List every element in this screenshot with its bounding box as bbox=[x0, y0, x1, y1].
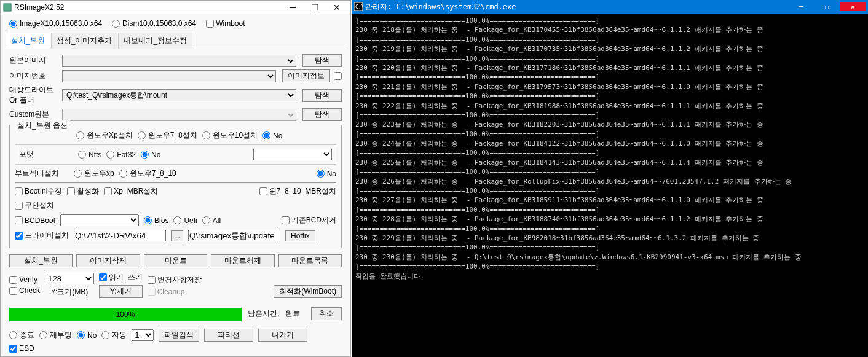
size-label: Y:크기(MB) bbox=[51, 287, 89, 297]
os-78-radio[interactable]: 윈도우7_8설치 bbox=[138, 130, 197, 141]
boot-xp-radio[interactable]: 윈도우xp bbox=[74, 168, 114, 179]
savechg-check[interactable]: 변경사항저장 bbox=[148, 275, 202, 285]
bcd-bios-radio[interactable]: Bios bbox=[144, 216, 168, 225]
svg-rect-0 bbox=[4, 3, 11, 10]
driver-path-input[interactable] bbox=[74, 230, 166, 241]
panel: 원본이미지 탐색 이미지번호 이미지정보 대상드라이브 Or 폴더 Q:\tes… bbox=[1, 49, 350, 357]
app-icon bbox=[3, 3, 12, 12]
browse-target-button[interactable]: 탐색 bbox=[302, 89, 342, 102]
win78mbr-check[interactable]: 윈7_8_10_MBR설치 bbox=[259, 186, 336, 197]
minimize-button[interactable]: ─ bbox=[282, 2, 304, 12]
dism-radio[interactable]: Dism10,0,15063,0 x64 bbox=[112, 19, 196, 28]
cancel-button[interactable]: 취소 bbox=[311, 307, 342, 320]
tab-create[interactable]: 생성_이미지추가 bbox=[51, 33, 118, 49]
check-check[interactable]: Check bbox=[9, 286, 40, 295]
driver-check[interactable]: 드라이버설치 bbox=[15, 230, 69, 241]
boot-no-radio[interactable]: No bbox=[317, 170, 336, 178]
tabs: 설치_복원 생성_이미지추가 내보내기_정보수정 bbox=[6, 33, 345, 49]
cmd-maximize-button[interactable]: ☐ bbox=[814, 2, 840, 11]
bootsector-label: 부트섹터설치 bbox=[15, 168, 69, 179]
action-buttons: 설치_복원 이미지삭제 마운트 마운트해제 마운트목록 bbox=[9, 254, 342, 267]
format-fat32-radio[interactable]: Fat32 bbox=[106, 151, 136, 159]
cmd-output: [==========================100.0%=======… bbox=[352, 14, 868, 283]
update-path-input[interactable] bbox=[188, 230, 280, 241]
format-ntfs-radio[interactable]: Ntfs bbox=[78, 151, 101, 159]
mount-button[interactable]: 마운트 bbox=[144, 254, 207, 267]
wimboot-check[interactable]: Wimboot bbox=[206, 19, 245, 28]
cmd-close-button[interactable]: ✕ bbox=[840, 2, 866, 11]
noman-check[interactable]: 무인설치 bbox=[15, 200, 54, 211]
target-select[interactable]: Q:\test_Q\rsimagex통합\mount bbox=[62, 89, 296, 101]
format-drive-select[interactable] bbox=[253, 149, 332, 160]
format-label: 포맷 bbox=[19, 149, 73, 160]
esd-check[interactable]: ESD bbox=[9, 344, 342, 353]
cmd-minimize-button[interactable]: ─ bbox=[788, 2, 814, 11]
tab-export[interactable]: 내보내기_정보수정 bbox=[118, 33, 192, 49]
rw-check[interactable]: 읽기_쓰기 bbox=[99, 272, 143, 283]
mountlist-button[interactable]: 마운트목록 bbox=[278, 254, 342, 267]
install-button[interactable]: 설치_복원 bbox=[9, 254, 73, 267]
cmd-window: C:\ 관리자: C:\windows\system32\cmd.exe ─ ☐… bbox=[352, 0, 868, 357]
cmd-titlebar: C:\ 관리자: C:\windows\system32\cmd.exe ─ ☐… bbox=[352, 0, 868, 14]
bcdboot-check[interactable]: BCDBoot bbox=[15, 216, 55, 225]
format-no-radio[interactable]: No bbox=[141, 151, 160, 159]
exit-button[interactable]: 나가기 bbox=[258, 329, 307, 342]
shutdown-reboot-radio[interactable]: 재부팅 bbox=[39, 330, 72, 340]
optimize-button[interactable]: 최적화(WimBoot) bbox=[274, 285, 342, 298]
browse-source-button[interactable]: 탐색 bbox=[302, 54, 342, 67]
imginfo-button[interactable]: 이미지정보 bbox=[282, 69, 330, 82]
rsimgx-window: RSImageX2.52 ─ ☐ ✕ ImageX10,0,15063,0 x6… bbox=[0, 0, 351, 357]
filesearch-button[interactable]: 파일검색 bbox=[159, 329, 199, 342]
shutdown-val-select[interactable]: 1 bbox=[132, 329, 154, 341]
size-select[interactable]: 128 bbox=[45, 273, 94, 284]
group-legend: 설치_복원 옵션 bbox=[15, 120, 70, 131]
delbcd-check[interactable]: 기존BCD제거 bbox=[282, 215, 336, 226]
custom-select[interactable] bbox=[62, 109, 296, 121]
elapsed-value: 완료 bbox=[285, 308, 300, 319]
imagex-radio[interactable]: ImageX10,0,15063,0 x64 bbox=[9, 19, 102, 28]
window-title: RSImageX2.52 bbox=[14, 3, 282, 12]
driver-browse-button[interactable]: ... bbox=[171, 230, 183, 241]
close-button[interactable]: ✕ bbox=[326, 2, 348, 12]
activate-check[interactable]: 활성화 bbox=[67, 186, 99, 197]
partition-button[interactable]: 파티션 bbox=[204, 329, 253, 342]
os-no-radio[interactable]: No bbox=[262, 131, 282, 140]
target-label: 대상드라이브 Or 폴더 bbox=[9, 85, 62, 106]
delimg-button[interactable]: 이미지삭제 bbox=[76, 254, 140, 267]
titlebar: RSImageX2.52 ─ ☐ ✕ bbox=[1, 1, 350, 14]
imgno-select[interactable] bbox=[62, 70, 276, 82]
shutdown-off-radio[interactable]: 종료 bbox=[9, 330, 34, 340]
elapsed-label: 남은시간: bbox=[248, 308, 279, 319]
shutdown-no-radio[interactable]: No bbox=[77, 331, 97, 340]
bcd-uefi-radio[interactable]: Uefi bbox=[173, 216, 197, 225]
cmd-icon: C:\ bbox=[354, 2, 363, 11]
svg-text:C:\: C:\ bbox=[355, 4, 363, 10]
ydel-button[interactable]: Y:제거 bbox=[99, 285, 143, 298]
verify-check[interactable]: Verify bbox=[9, 275, 40, 284]
imgno-label: 이미지번호 bbox=[9, 71, 62, 81]
shutdown-auto-radio[interactable]: 자동 bbox=[101, 330, 127, 340]
boot-78-radio[interactable]: 윈도우7_8_10 bbox=[119, 168, 176, 179]
maximize-button[interactable]: ☐ bbox=[304, 2, 326, 12]
bcd-all-radio[interactable]: All bbox=[202, 216, 221, 225]
cmd-title: 관리자: C:\windows\system32\cmd.exe bbox=[365, 2, 788, 12]
bcdboot-drive-select[interactable] bbox=[60, 214, 139, 226]
top-options: ImageX10,0,15063,0 x64 Dism10,0,15063,0 … bbox=[1, 14, 350, 33]
install-options-group: 설치_복원 옵션 윈도우Xp설치 윈도우7_8설치 윈도우10설치 No 포맷 … bbox=[9, 125, 342, 248]
os-10-radio[interactable]: 윈도우10설치 bbox=[202, 130, 258, 141]
os-xp-radio[interactable]: 윈도우Xp설치 bbox=[76, 130, 133, 141]
imginfo-check[interactable] bbox=[334, 72, 342, 80]
cleanup-check[interactable]: Cleanup bbox=[148, 288, 202, 296]
unmount-button[interactable]: 마운트해제 bbox=[211, 254, 274, 267]
progress-bar: 100% bbox=[9, 308, 242, 321]
hotfix-button[interactable]: Hotfix bbox=[285, 230, 315, 241]
xpmbr-check[interactable]: Xp_MBR설치 bbox=[104, 186, 158, 197]
bootini-check[interactable]: BootIni수정 bbox=[15, 186, 62, 197]
source-select[interactable] bbox=[62, 55, 296, 67]
source-label: 원본이미지 bbox=[9, 55, 62, 66]
browse-custom-button[interactable]: 탐색 bbox=[302, 108, 342, 121]
tab-install[interactable]: 설치_복원 bbox=[6, 33, 50, 49]
custom-label: Custom원본 bbox=[9, 109, 62, 120]
